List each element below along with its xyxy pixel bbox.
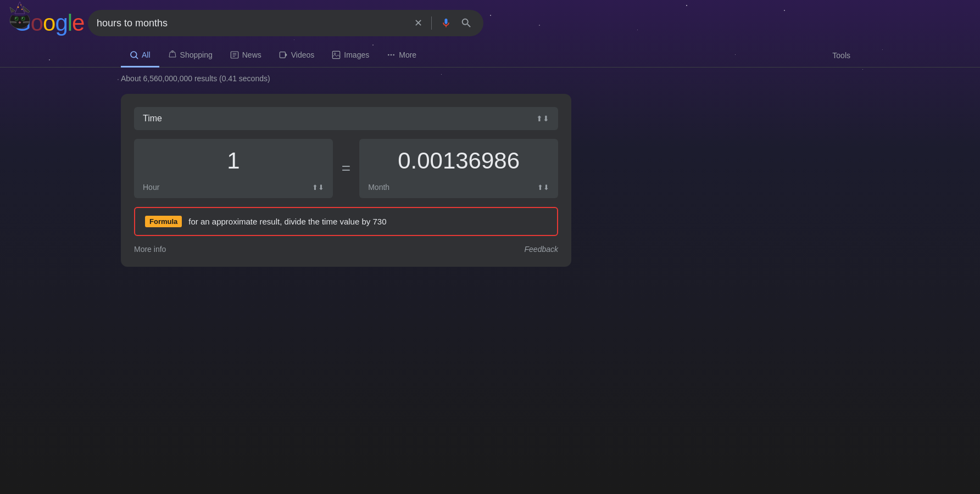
tab-news-label: News (242, 50, 261, 59)
feedback-link[interactable]: Feedback (525, 245, 558, 254)
category-label: Time (143, 114, 162, 124)
google-logo[interactable]: Google (13, 12, 79, 35)
formula-box: Formula for an approximate result, divid… (134, 207, 558, 236)
converter-row: 1 Hour ⬆⬇ = 0.00136986 Month ⬆⬇ (134, 139, 558, 198)
svg-point-25 (20, 4, 21, 5)
videos-tab-icon (279, 50, 288, 59)
svg-rect-35 (333, 51, 340, 58)
from-value: 1 (134, 139, 333, 178)
tab-images[interactable]: Images (323, 44, 378, 68)
svg-line-17 (23, 23, 30, 23)
equals-sign: = (342, 160, 350, 177)
from-unit-spinner-icon[interactable]: ⬆⬇ (312, 183, 324, 192)
search-input[interactable]: hours to months (97, 18, 408, 29)
svg-point-39 (393, 54, 395, 56)
all-tab-icon (130, 50, 138, 59)
formula-badge: Formula (145, 216, 182, 227)
more-tab-icon (387, 50, 396, 59)
microphone-icon (441, 18, 452, 29)
from-unit-label: Hour (143, 183, 159, 192)
to-unit-spinner-icon[interactable]: ⬆⬇ (537, 183, 549, 192)
search-submit-button[interactable] (458, 15, 475, 31)
tab-shopping[interactable]: Shopping (159, 44, 221, 68)
images-tab-icon (332, 50, 341, 59)
microphone-button[interactable] (438, 15, 454, 31)
svg-point-12 (22, 18, 23, 19)
results-count: About 6,560,000,000 results (0.41 second… (121, 74, 859, 83)
tab-images-label: Images (344, 50, 369, 59)
news-tab-icon (230, 50, 239, 59)
svg-point-36 (335, 53, 336, 54)
from-field: 1 Hour ⬆⬇ (134, 139, 333, 198)
more-info-link[interactable]: More info (134, 245, 166, 254)
svg-point-24 (18, 7, 19, 8)
tools-button[interactable]: Tools (823, 44, 859, 66)
search-icon (460, 17, 472, 29)
to-value: 0.00136986 (359, 139, 558, 178)
tab-more-label: More (399, 50, 416, 59)
converter-card: Time ⬆⬇ 1 Hour ⬆⬇ = 0.00136986 (121, 94, 571, 267)
category-spinner-icon: ⬆⬇ (536, 114, 549, 123)
category-dropdown[interactable]: Time ⬆⬇ (134, 107, 558, 130)
formula-text: for an approximate result, divide the ti… (188, 217, 386, 226)
tab-more[interactable]: More (378, 44, 425, 68)
card-footer: More info Feedback (134, 245, 558, 254)
svg-marker-22 (15, 2, 24, 14)
tab-news[interactable]: News (221, 44, 270, 68)
shopping-tab-icon (168, 50, 177, 59)
results-area: About 6,560,000,000 results (0.41 second… (0, 68, 980, 280)
to-field: 0.00136986 Month ⬆⬇ (359, 139, 558, 198)
search-clear-button[interactable]: ✕ (412, 15, 425, 31)
header: Google hours to months ✕ (0, 0, 980, 44)
to-unit-label: Month (368, 183, 389, 192)
svg-point-26 (21, 9, 23, 10)
tab-videos-label: Videos (291, 50, 315, 59)
tab-all-label: All (142, 50, 151, 59)
svg-line-15 (10, 23, 16, 23)
svg-point-37 (388, 54, 389, 56)
tab-videos[interactable]: Videos (270, 44, 324, 68)
svg-line-28 (136, 57, 138, 59)
search-divider (431, 16, 432, 30)
tab-all[interactable]: All (121, 44, 159, 68)
search-bar: hours to months ✕ (88, 10, 483, 36)
tab-shopping-label: Shopping (180, 50, 213, 59)
svg-point-38 (391, 54, 392, 56)
svg-point-8 (15, 18, 16, 19)
svg-marker-34 (285, 53, 287, 57)
svg-rect-33 (280, 52, 285, 58)
nav-tabs: All Shopping News (0, 44, 980, 68)
